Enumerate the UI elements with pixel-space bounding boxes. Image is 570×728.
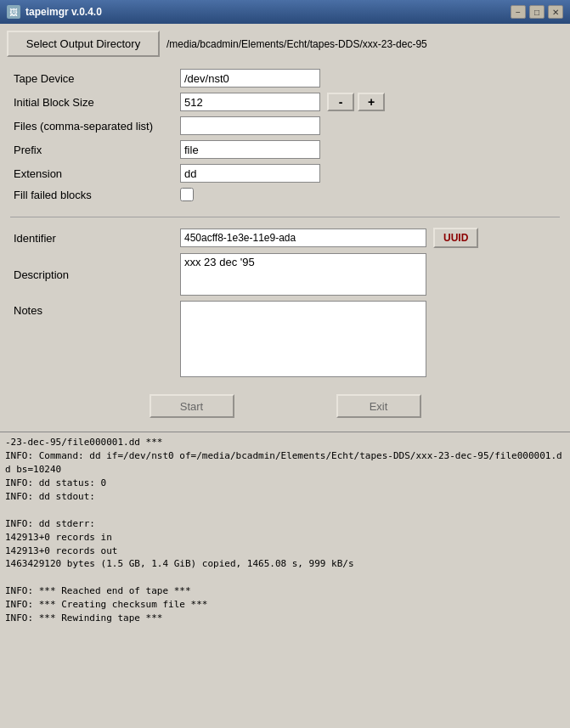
title-bar-left: 🖼 tapeimgr v.0.4.0: [7, 5, 102, 19]
top-row: Select Output Directory /media/bcadmin/E…: [7, 31, 563, 57]
increment-button[interactable]: +: [358, 93, 385, 111]
title-bar-controls: − □ ✕: [511, 5, 563, 19]
title-bar-title: tapeimgr v.0.4.0: [25, 6, 102, 18]
prefix-row: Prefix: [7, 140, 563, 159]
fill-failed-label: Fill failed blocks: [10, 189, 180, 201]
close-button[interactable]: ✕: [548, 5, 563, 19]
files-label: Files (comma-separated list): [10, 120, 180, 133]
minimize-button[interactable]: −: [511, 5, 526, 19]
output-directory-path: /media/bcadmin/Elements/Echt/tapes-DDS/x…: [160, 33, 563, 55]
identifier-label: Identifier: [10, 232, 180, 245]
title-bar: 🖼 tapeimgr v.0.4.0 − □ ✕: [0, 0, 570, 24]
tape-device-input[interactable]: [180, 69, 320, 87]
select-output-directory-button[interactable]: Select Output Directory: [7, 31, 160, 57]
initial-block-size-label: Initial Block Size: [10, 96, 180, 109]
form-section: Tape Device Initial Block Size - + Files…: [7, 65, 563, 210]
tape-device-label: Tape Device: [10, 72, 180, 85]
tape-device-row: Tape Device: [7, 69, 563, 87]
notes-label: Notes: [10, 301, 180, 317]
decrement-button[interactable]: -: [327, 93, 354, 111]
extension-label: Extension: [10, 167, 180, 180]
uuid-button[interactable]: UUID: [433, 228, 478, 248]
fill-failed-row: Fill failed blocks: [7, 188, 563, 201]
prefix-label: Prefix: [10, 144, 180, 156]
files-row: Files (comma-separated list): [7, 116, 563, 135]
initial-block-size-input[interactable]: [180, 93, 320, 111]
initial-block-size-row: Initial Block Size - +: [7, 93, 563, 111]
notes-input[interactable]: [180, 301, 426, 377]
start-button[interactable]: Start: [150, 394, 234, 418]
prefix-input[interactable]: [180, 140, 320, 159]
button-row: Start Exit: [7, 394, 563, 418]
identifier-row: Identifier UUID: [7, 228, 563, 248]
log-section: -23-dec-95/file000001.dd *** INFO: Comma…: [0, 432, 570, 642]
log-output[interactable]: -23-dec-95/file000001.dd *** INFO: Comma…: [0, 432, 570, 642]
description-label: Description: [10, 268, 180, 281]
maximize-button[interactable]: □: [529, 5, 545, 19]
identifier-input[interactable]: [180, 229, 426, 247]
block-size-controls: - +: [180, 93, 385, 111]
main-content: Select Output Directory /media/bcadmin/E…: [0, 24, 570, 432]
metadata-section: Identifier UUID Description xxx 23 dec '…: [7, 224, 563, 386]
description-row: Description xxx 23 dec '95: [7, 253, 563, 296]
exit-button[interactable]: Exit: [336, 394, 421, 418]
notes-row: Notes: [7, 301, 563, 377]
app-icon: 🖼: [7, 5, 20, 19]
description-input[interactable]: xxx 23 dec '95: [180, 253, 426, 296]
section-divider: [10, 217, 560, 217]
files-input[interactable]: [180, 116, 320, 135]
fill-failed-checkbox[interactable]: [180, 188, 194, 201]
extension-row: Extension: [7, 164, 563, 183]
extension-input[interactable]: [180, 164, 320, 183]
log-container: -23-dec-95/file000001.dd *** INFO: Comma…: [0, 432, 570, 642]
